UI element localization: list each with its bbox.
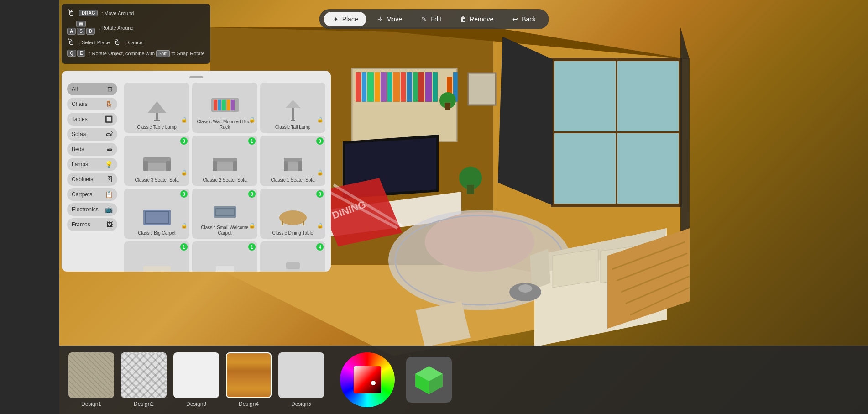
svg-rect-4 xyxy=(214,100,217,110)
s-key: S xyxy=(77,28,85,35)
furniture-item-chair[interactable]: 4Classic Chair xyxy=(260,241,325,272)
table-item xyxy=(518,284,532,293)
category-sofaa-icon: 🛋 xyxy=(106,131,113,138)
item-label-wall-book-rack: Classic Wall-Mounted Book Rack xyxy=(195,119,255,130)
remove-button[interactable]: 🗑Remove xyxy=(451,12,502,26)
category-sofaa-label: Sofaa xyxy=(72,131,86,137)
swatch-preview-design3 xyxy=(173,352,219,398)
svg-marker-9 xyxy=(285,100,301,108)
category-cabinets-icon: 🗄 xyxy=(106,176,113,183)
rotate-around-text: : Rotate Around xyxy=(99,25,133,31)
move-button[interactable]: ✛Move xyxy=(368,12,410,26)
item-count-2seater-sofa: 1 xyxy=(248,137,256,145)
book11 xyxy=(418,72,424,102)
category-electronics[interactable]: Electronics📺 xyxy=(67,203,117,216)
svg-rect-7 xyxy=(227,100,230,110)
category-tables[interactable]: Tables🔲 xyxy=(67,113,117,126)
category-electronics-label: Electronics xyxy=(72,206,99,213)
swatch-label-design1: Design1 xyxy=(81,401,101,407)
furniture-item-table-lamp[interactable]: 🔒Classic Table Lamp xyxy=(124,83,189,133)
book4 xyxy=(375,72,380,102)
color-wheel[interactable] xyxy=(340,352,395,407)
item-count-dining-table: 0 xyxy=(316,190,324,198)
drag-icon: 🖱 xyxy=(67,8,75,18)
category-lamps[interactable]: Lamps💡 xyxy=(67,158,117,171)
category-all[interactable]: All⊞ xyxy=(67,83,117,95)
svg-rect-22 xyxy=(284,161,288,171)
sofa-arm-left xyxy=(530,249,550,290)
back-label: Back xyxy=(522,16,536,23)
svg-marker-0 xyxy=(148,101,166,113)
category-list: All⊞Chairs🪑Tables🔲Sofaa🛋Beds🛏Lamps💡Cabin… xyxy=(67,83,122,231)
furniture-item-wall-book-rack[interactable]: 🔒Classic Wall-Mounted Book Rack xyxy=(192,83,257,133)
category-all-icon: ⊞ xyxy=(107,85,113,93)
svg-rect-34 xyxy=(216,266,234,272)
move-icon: ✛ xyxy=(376,16,384,23)
lock-icon-small-welcome-carpet: 🔒 xyxy=(249,222,256,229)
place-button[interactable]: ✦Place xyxy=(324,12,366,26)
swatch-label-design5: Design5 xyxy=(291,401,311,407)
click-icon-right: 🖱 xyxy=(113,37,121,47)
furniture-item-small-welcome-carpet[interactable]: 0🔒Classic Small Welcome Carpet xyxy=(192,189,257,239)
design-swatch-design4[interactable]: Design4 xyxy=(226,352,272,407)
category-beds[interactable]: Beds🛏 xyxy=(67,143,117,156)
design-swatch-design3[interactable]: Design3 xyxy=(173,352,219,407)
furniture-item-big-carpet[interactable]: 0🔒Classic Big Carpet xyxy=(124,189,189,239)
item-count-small-bed-table: 1 xyxy=(248,243,256,251)
svg-rect-1 xyxy=(156,113,158,120)
color-picker-center[interactable] xyxy=(354,366,381,393)
category-frames-icon: 🖼 xyxy=(106,221,113,228)
category-chairs[interactable]: Chairs🪑 xyxy=(67,98,117,110)
lock-icon-tall-lamp: 🔒 xyxy=(317,116,324,123)
move-label: Move xyxy=(387,16,402,23)
furniture-panel: All⊞Chairs🪑Tables🔲Sofaa🛋Beds🛏Lamps💡Cabin… xyxy=(62,71,331,272)
item-preview-wall-book-rack xyxy=(209,92,241,117)
items-grid: 🔒Classic Table Lamp🔒Classic Wall-Mounted… xyxy=(124,83,325,272)
edit-button[interactable]: ✎Edit xyxy=(412,12,450,26)
category-sofaa[interactable]: Sofaa🛋 xyxy=(67,128,117,141)
category-cabinets-label: Cabinets xyxy=(72,176,93,183)
swatch-preview-design2 xyxy=(121,352,167,398)
color-wheel-container[interactable] xyxy=(340,352,395,407)
back-button[interactable]: ↩Back xyxy=(503,12,544,26)
lock-icon-dining-table: 🔒 xyxy=(317,222,324,229)
back-icon: ↩ xyxy=(512,16,519,23)
design-swatch-design1[interactable]: Design1 xyxy=(68,352,114,407)
w-key: W xyxy=(76,21,86,27)
book10 xyxy=(413,72,418,102)
lock-icon-table-lamp: 🔒 xyxy=(181,116,188,123)
svg-rect-14 xyxy=(143,161,148,171)
furniture-item-small-bed-table[interactable]: 1Classic Small Bed Table xyxy=(192,241,257,272)
design-swatch-design2[interactable]: Design2 xyxy=(121,352,167,407)
item-count-small-welcome-carpet: 0 xyxy=(248,190,256,198)
q-key: Q xyxy=(67,50,76,57)
furniture-item-tv-table[interactable]: 1Classic TV Table xyxy=(124,241,189,272)
a-key: A xyxy=(67,28,76,35)
furniture-item-2seater-sofa[interactable]: 1Classic 2 Seater Sofa xyxy=(192,136,257,186)
design-swatch-design5[interactable]: Design5 xyxy=(278,352,324,407)
book12 xyxy=(425,72,432,102)
item-label-dining-table: Classic Dining Table xyxy=(272,231,314,236)
category-cartpets[interactable]: Cartpets📋 xyxy=(67,188,117,201)
category-cabinets[interactable]: Cabinets🗄 xyxy=(67,173,117,186)
furniture-item-1seater-sofa[interactable]: 0🔒Classic 1 Seater Sofa xyxy=(260,136,325,186)
furniture-item-3seater-sofa[interactable]: 0🔒Classic 3 Seater Sofa xyxy=(124,136,189,186)
design-swatches: Design1Design2Design3Design4Design5 xyxy=(68,352,324,407)
item-label-small-welcome-carpet: Classic Small Welcome Carpet xyxy=(195,225,255,236)
svg-rect-19 xyxy=(233,161,237,171)
svg-rect-10 xyxy=(292,108,294,120)
category-frames[interactable]: Frames🖼 xyxy=(67,218,117,231)
item-preview-small-bed-table xyxy=(209,257,241,272)
move-around-text: : Move Around xyxy=(101,10,134,16)
cube-icon-container[interactable] xyxy=(406,357,452,403)
place-icon: ✦ xyxy=(332,16,340,23)
book7 xyxy=(393,72,400,102)
furniture-item-tall-lamp[interactable]: 🔒Classic Tall Lamp xyxy=(260,83,325,133)
svg-rect-26 xyxy=(214,206,236,218)
wasd-cluster: W A S D xyxy=(67,21,95,35)
lock-icon-3seater-sofa: 🔒 xyxy=(181,169,188,176)
shortcuts-panel: 🖱 DRAG : Move Around W A S D : Rotate Ar… xyxy=(62,4,210,64)
swatch-preview-design4 xyxy=(226,352,272,398)
svg-rect-31 xyxy=(143,266,171,272)
furniture-item-dining-table[interactable]: 0🔒Classic Dining Table xyxy=(260,189,325,239)
